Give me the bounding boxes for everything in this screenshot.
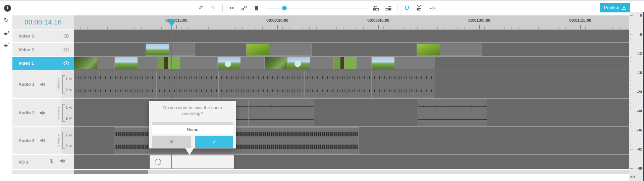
track-body-video2[interactable] [74, 43, 629, 56]
db-scale-label: -6 [639, 33, 642, 37]
track-header-video2[interactable]: Video 2 [12, 43, 74, 56]
timeline-clip[interactable] [114, 71, 156, 98]
timeline-clip[interactable] [156, 71, 218, 98]
track-header-video3[interactable]: Video 3 [12, 29, 74, 42]
timeline-clip[interactable] [146, 44, 195, 56]
clip-thumbnail [115, 57, 138, 69]
publish-upload-icon [622, 5, 627, 10]
timeline-clip[interactable] [246, 44, 312, 56]
eye-icon[interactable] [63, 34, 69, 38]
info-icon[interactable]: i [2, 3, 12, 13]
timeline-clip[interactable] [304, 71, 371, 98]
channel-speaker-icon[interactable] [69, 77, 72, 80]
trim-icon[interactable] [428, 3, 438, 13]
ruler[interactable]: 00:00:15:0000:00:30:0000:00:45:0000:01:0… [74, 15, 629, 29]
track-label: Audio 2 [18, 110, 35, 115]
track-body-vo1[interactable] [74, 155, 629, 169]
track-header-vo1[interactable]: VO 1 [12, 155, 74, 169]
timeline-clip[interactable] [265, 57, 287, 69]
track-header-video1[interactable]: Video 1 [12, 57, 74, 70]
audio-waveform [250, 119, 313, 120]
snap-magnet-icon[interactable] [402, 3, 412, 13]
recording-name-input[interactable] [152, 125, 233, 134]
track-label: VO 1 [18, 160, 29, 165]
channel-panel: 12 [61, 127, 74, 154]
timeline-clip[interactable] [333, 57, 371, 69]
speaker-icon[interactable] [40, 111, 45, 115]
toolbar: i ↶ ↷ ✂ [0, 1, 644, 15]
redo-button[interactable]: ↷ [208, 3, 218, 13]
eye-icon[interactable] [63, 61, 69, 65]
speaker-icon[interactable] [60, 159, 65, 165]
toolbar-divider [222, 4, 223, 12]
rotate-icon[interactable]: ↻ [2, 16, 11, 24]
channel-speaker-icon[interactable] [69, 88, 72, 92]
timeline-clip[interactable] [157, 57, 217, 69]
jump-back-icon[interactable] [371, 3, 381, 13]
track-header-audio1[interactable]: Audio 1STEREO12 [12, 70, 74, 98]
track-header-audio2[interactable]: Audio 2STEREO12 [12, 99, 74, 126]
cut-button[interactable]: ✂ [227, 3, 237, 13]
audio-waveform [115, 76, 155, 79]
timeline-clip[interactable] [248, 100, 314, 126]
undo-button[interactable]: ↶ [196, 3, 206, 13]
delete-icon[interactable] [251, 3, 261, 13]
clip-thumbnail [157, 57, 180, 69]
stereo-bracket-icon [62, 104, 65, 122]
scrollbar-thumb[interactable] [74, 170, 148, 174]
track-body-video1[interactable] [74, 57, 629, 70]
audio-waveform [115, 89, 155, 92]
audio-waveform [306, 89, 370, 92]
horizontal-scrollbar[interactable] [74, 170, 629, 174]
timeline-clip[interactable] [150, 155, 234, 169]
track-label: Audio 1 [18, 82, 35, 87]
channel-speaker-icon[interactable] [69, 117, 72, 120]
channel-speaker-icon[interactable] [69, 134, 72, 137]
audio-waveform [158, 76, 217, 79]
speaker-icon[interactable] [40, 82, 45, 87]
channel-number: 1 [66, 133, 68, 137]
timeline-clip[interactable] [74, 57, 114, 69]
timeline-clip[interactable] [287, 57, 333, 69]
track-body-video3[interactable] [74, 29, 629, 42]
audio-waveform [220, 89, 265, 92]
audio-waveform [267, 89, 303, 92]
db-scale-label: -42 [637, 147, 642, 151]
timeline-clip[interactable] [418, 100, 487, 126]
timeline-clip[interactable] [266, 71, 304, 98]
channel-number: 1 [66, 106, 68, 109]
remove-track-icon[interactable] [2, 41, 11, 49]
track-header-audio3[interactable]: Audio 3STEREO12 [12, 127, 74, 154]
audio-waveform [75, 76, 113, 79]
db-scale-label: -48 [637, 166, 642, 170]
speaker-icon[interactable] [40, 138, 45, 143]
channel-number: 2 [66, 117, 68, 120]
zoom-slider-knob[interactable] [282, 6, 287, 10]
dialog-cancel-button[interactable]: ✕ [152, 136, 191, 148]
stereo-bracket-icon [62, 75, 65, 94]
timeline-clip[interactable] [371, 71, 435, 98]
channel-panel: 12 [61, 99, 74, 126]
clip-thumbnail [74, 57, 97, 69]
dialog-confirm-button[interactable]: ✓ [195, 136, 233, 148]
timeline-clip[interactable] [114, 57, 157, 69]
channel-speaker-icon[interactable] [69, 144, 72, 147]
jump-forward-icon[interactable] [383, 3, 393, 13]
stereo-label: STEREO [57, 106, 60, 119]
channel-row: 1 [66, 76, 74, 81]
channel-panel: 12 [61, 70, 74, 98]
mic-muted-icon[interactable] [49, 159, 54, 165]
publish-button[interactable]: Publish [600, 3, 630, 12]
unlink-icon[interactable] [239, 3, 249, 13]
timeline-clip[interactable] [74, 71, 114, 98]
timeline-clip[interactable] [217, 57, 265, 69]
timeline-zoom-slider[interactable] [267, 3, 367, 13]
timeline-clip[interactable] [218, 71, 266, 98]
eye-icon[interactable] [63, 48, 69, 52]
timeline-clip[interactable] [417, 44, 482, 56]
timeline-clip[interactable] [371, 57, 435, 69]
add-track-icon[interactable] [2, 29, 11, 38]
track-body-audio1[interactable] [74, 70, 629, 98]
split-icon[interactable] [414, 3, 424, 13]
channel-speaker-icon[interactable] [69, 106, 72, 109]
